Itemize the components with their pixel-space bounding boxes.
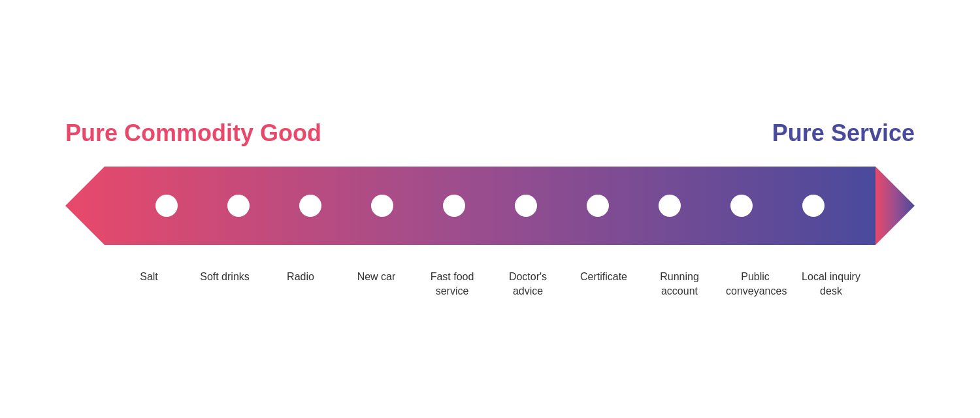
dot-5	[443, 195, 465, 217]
item-label-9: Public conveyances	[726, 270, 785, 298]
items-row: SaltSoft drinksRadioNew carFast food ser…	[91, 270, 889, 298]
labels-row: Pure Commodity Good Pure Service	[65, 120, 915, 147]
dot-2	[227, 195, 250, 217]
item-label-5: Fast food service	[423, 270, 482, 298]
dot-6	[515, 195, 537, 217]
item-label-4: New car	[347, 270, 406, 298]
item-label-10: Local inquiry desk	[802, 270, 860, 298]
dots-row	[91, 195, 889, 217]
item-label-8: Running account	[650, 270, 709, 298]
dot-9	[730, 195, 753, 217]
item-label-1: Salt	[120, 270, 178, 298]
arrow-wrapper	[65, 160, 915, 251]
dot-8	[659, 195, 681, 217]
dot-4	[371, 195, 393, 217]
chart-container: Pure Commodity Good Pure Service SaltSof…	[65, 120, 915, 298]
item-label-6: Doctor's advice	[498, 270, 557, 298]
item-label-2: Soft drinks	[195, 270, 254, 298]
left-label: Pure Commodity Good	[65, 120, 321, 147]
dot-1	[155, 195, 178, 217]
dot-10	[802, 195, 825, 217]
item-label-3: Radio	[271, 270, 330, 298]
item-label-7: Certificate	[574, 270, 633, 298]
dot-7	[587, 195, 609, 217]
right-label: Pure Service	[772, 120, 915, 147]
dot-3	[299, 195, 321, 217]
